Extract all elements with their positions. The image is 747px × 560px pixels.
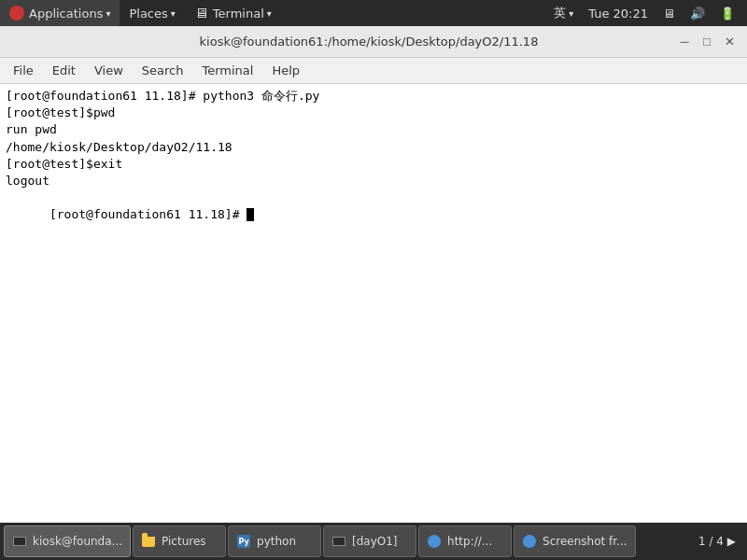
terminal-window: kiosk@foundation61:/home/kiosk/Desktop/d… [0, 26, 747, 530]
screen-button[interactable]: 🖥 [655, 0, 683, 26]
taskbar-item-browser[interactable]: http://... [418, 525, 512, 557]
taskbar-pager[interactable]: 1 / 4 ▶ [691, 535, 743, 548]
taskbar-item-terminal[interactable]: kiosk@founda... [4, 525, 131, 557]
python-taskbar-icon: Py [236, 534, 251, 549]
lang-selector[interactable]: 英 ▾ [546, 0, 581, 26]
screenshot-taskbar-icon [522, 534, 537, 549]
terminal-menubar: File Edit View Search Terminal Help [0, 58, 747, 84]
places-arrow: ▾ [171, 8, 176, 19]
menu-search[interactable]: Search [133, 60, 193, 81]
menu-view[interactable]: View [85, 60, 133, 81]
pager-label: 1 / 4 ▶ [698, 535, 736, 548]
titlebar-buttons: ─ □ ✕ [674, 32, 740, 52]
volume-icon: 🔊 [690, 7, 705, 21]
term-line-2: run pwd [6, 121, 741, 138]
terminal-icon: 🖥 [194, 5, 208, 21]
term-line-6: [root@foundation61 11.18]# [6, 189, 741, 241]
close-button[interactable]: ✕ [719, 32, 740, 52]
taskbar: kiosk@founda... Pictures Py python [dayO… [0, 523, 747, 560]
lang-arrow: ▾ [569, 8, 573, 19]
top-bar-left: Applications ▾ Places ▾ 🖥 Terminal ▾ [0, 0, 281, 26]
applications-label: Applications [29, 7, 103, 21]
terminal-cursor [247, 208, 254, 221]
volume-button[interactable]: 🔊 [683, 0, 712, 26]
screen-icon: 🖥 [663, 7, 675, 21]
menu-edit[interactable]: Edit [43, 60, 85, 81]
battery-button[interactable]: 🔋 [712, 0, 742, 26]
terminal-content[interactable]: [root@foundation61 11.18]# python3 命令行.p… [0, 84, 747, 530]
maximize-button[interactable]: □ [697, 32, 717, 52]
top-bar: Applications ▾ Places ▾ 🖥 Terminal ▾ 英 ▾… [0, 0, 747, 26]
places-menu[interactable]: Places ▾ [120, 0, 184, 26]
taskbar-python-label: python [257, 535, 296, 548]
terminal-arrow: ▾ [267, 8, 272, 19]
browser-taskbar-icon [427, 534, 442, 549]
terminal-label: Terminal [213, 7, 264, 21]
menu-terminal[interactable]: Terminal [192, 60, 262, 81]
term-line-5: logout [6, 173, 741, 189]
taskbar-pictures-label: Pictures [162, 535, 206, 548]
taskbar-terminal-label: kiosk@founda... [33, 535, 122, 548]
taskbar-item-pictures[interactable]: Pictures [133, 525, 226, 557]
taskbar-item-dayO1[interactable]: [dayO1] [323, 525, 416, 557]
taskbar-dayO1-label: [dayO1] [352, 535, 398, 548]
dayO1-taskbar-icon [331, 534, 346, 549]
terminal-taskbar-icon [12, 534, 27, 549]
terminal-title: kiosk@foundation61:/home/kiosk/Desktop/d… [63, 35, 674, 49]
taskbar-screenshot-label: Screenshot fr... [543, 535, 627, 548]
terminal-menu[interactable]: 🖥 Terminal ▾ [185, 0, 281, 26]
clock[interactable]: Tue 20:21 [581, 0, 655, 26]
apps-arrow: ▾ [106, 8, 110, 19]
top-bar-right: 英 ▾ Tue 20:21 🖥 🔊 🔋 [546, 0, 747, 26]
taskbar-browser-label: http://... [447, 535, 492, 548]
term-line-1: [root@test]$pwd [6, 105, 741, 121]
lang-label: 英 [554, 5, 566, 21]
term-line-3: /home/kiosk/Desktop/dayO2/11.18 [6, 139, 741, 156]
terminal-titlebar: kiosk@foundation61:/home/kiosk/Desktop/d… [0, 26, 747, 58]
places-label: Places [129, 7, 167, 21]
time-label: Tue 20:21 [588, 7, 648, 21]
taskbar-item-screenshot[interactable]: Screenshot fr... [514, 525, 635, 557]
taskbar-item-python[interactable]: Py python [228, 525, 321, 557]
term-line-4: [root@test]$exit [6, 156, 741, 173]
pictures-taskbar-icon [141, 534, 156, 549]
apps-icon [9, 6, 24, 21]
minimize-button[interactable]: ─ [674, 32, 695, 52]
applications-menu[interactable]: Applications ▾ [0, 0, 120, 26]
term-line-0: [root@foundation61 11.18]# python3 命令行.p… [6, 88, 741, 105]
battery-icon: 🔋 [720, 7, 735, 21]
menu-help[interactable]: Help [262, 60, 309, 81]
menu-file[interactable]: File [4, 60, 43, 81]
